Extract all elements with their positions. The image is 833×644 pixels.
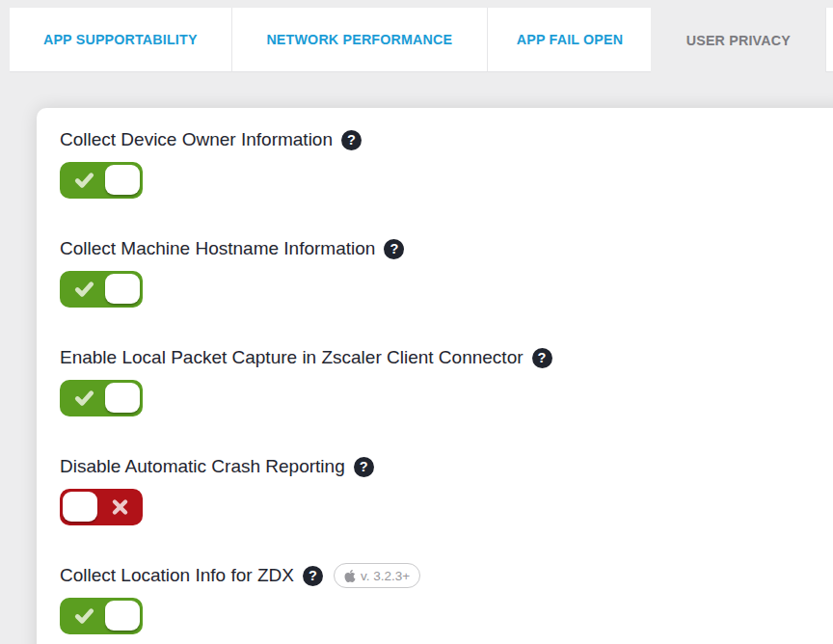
check-icon [73,170,95,192]
tab-label: NETWORK PERFORMANCE [267,31,453,48]
tab-network-performance[interactable]: NETWORK PERFORMANCE [231,8,488,72]
setting-row: Disable Automatic Crash Reporting ? [60,455,829,525]
toggle-knob [105,601,140,631]
setting-toggle[interactable] [60,271,143,308]
help-icon[interactable]: ? [384,239,404,259]
setting-label: Collect Machine Hostname Information [60,238,375,259]
setting-label-line: Enable Local Packet Capture in Zscaler C… [60,346,829,369]
setting-label-line: Disable Automatic Crash Reporting ? [60,455,829,478]
toggle-knob [105,383,140,413]
setting-row: Collect Location Info for ZDX ? v. 3.2.3… [60,564,829,634]
tab-user-privacy[interactable]: USER PRIVACY [651,8,825,72]
setting-row: Collect Machine Hostname Information ? [60,237,829,308]
check-icon [73,605,95,628]
tab-label: APP SUPPORTABILITY [43,31,198,48]
setting-toggle[interactable] [60,380,143,416]
cross-icon [111,498,129,517]
setting-label: Disable Automatic Crash Reporting [60,456,345,477]
setting-label-line: Collect Location Info for ZDX ? v. 3.2.3… [60,564,829,587]
setting-label: Enable Local Packet Capture in Zscaler C… [60,347,524,368]
help-icon[interactable]: ? [341,130,362,150]
check-icon [73,388,95,410]
toggle-knob [105,274,140,304]
setting-label: Collect Location Info for ZDX [60,565,294,586]
tab-app-supportability[interactable]: APP SUPPORTABILITY [10,8,231,72]
version-badge: v. 3.2.3+ [334,563,420,588]
setting-row: Enable Local Packet Capture in Zscaler C… [60,346,829,416]
setting-row: Collect Device Owner Information ? [60,128,829,199]
settings-tabbar: APP SUPPORTABILITY NETWORK PERFORMANCE A… [0,0,833,72]
settings-card: Collect Device Owner Information ? Colle… [37,108,833,644]
tab-label: APP FAIL OPEN [517,31,623,48]
tab-app-fail-open[interactable]: APP FAIL OPEN [487,8,651,72]
setting-toggle[interactable] [60,489,143,525]
user-privacy-panel: Collect Device Owner Information ? Colle… [0,72,833,644]
setting-label-line: Collect Device Owner Information ? [60,128,829,151]
setting-toggle[interactable] [60,162,143,199]
version-badge-text: v. 3.2.3+ [361,569,410,583]
tab-next-partial[interactable] [825,8,833,72]
check-icon [73,279,95,301]
toggle-knob [63,492,97,522]
help-icon[interactable]: ? [354,457,374,477]
setting-toggle[interactable] [60,598,143,634]
help-icon[interactable]: ? [532,348,552,368]
setting-label-line: Collect Machine Hostname Information ? [60,237,829,260]
setting-label: Collect Device Owner Information [60,129,333,150]
apple-icon [344,569,356,583]
help-icon[interactable]: ? [303,566,323,586]
tab-label: USER PRIVACY [686,32,791,49]
toggle-knob [105,165,140,195]
